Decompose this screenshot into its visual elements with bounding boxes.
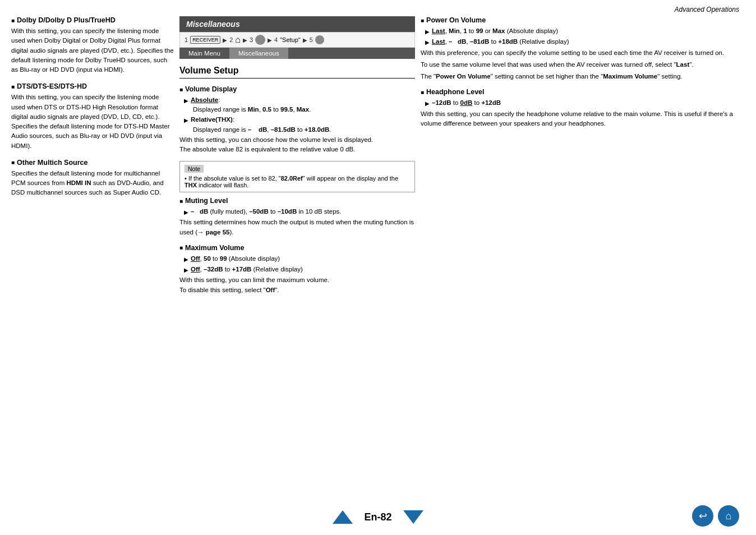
headphone-level-title: Headphone Level — [421, 88, 745, 96]
header-title: Advanced Operations — [675, 6, 739, 13]
misc-header: Miscellaneous — [179, 16, 415, 32]
other-body: Specifies the default listening mode for… — [11, 169, 174, 198]
power-on-volume-title: Power On Volume — [421, 16, 745, 24]
footer-navigation: En-82 — [333, 510, 423, 524]
max-vol-body: With this setting, you can limit the max… — [179, 275, 415, 295]
page-footer: En-82 — [0, 510, 756, 524]
volume-display-title: Volume Display — [179, 85, 415, 93]
nav-icon-home: ⌂ — [235, 35, 241, 45]
nav-step-5-num: 5 — [310, 36, 313, 43]
volume-display-body: With this setting, you can choose how th… — [179, 135, 415, 155]
page-number: En-82 — [364, 511, 391, 523]
headphone-body: With this setting, you can specify the h… — [421, 109, 745, 129]
bullet-arrow-pv-rel: ▶ — [425, 38, 430, 47]
max-vol-abs-text: Off, 50 to 99 (Absolute display) — [191, 254, 280, 264]
bullet-arrow-relative: ▶ — [184, 116, 188, 124]
bullet-arrow-hp: ▶ — [425, 99, 430, 108]
nav-step-4-num: 4 — [274, 36, 278, 43]
back-button[interactable]: ↩ — [692, 505, 713, 527]
dolby-section: Dolby D/Dolby D Plus/TrueHD With this se… — [11, 16, 174, 75]
max-vol-rel-text: Off, –32dB to +17dB (Relative display) — [191, 265, 303, 274]
power-vol-rel-text: Last, – dB, –81dB to +18dB (Relative dis… — [432, 37, 569, 47]
power-vol-body1: With this preference, you can specify th… — [421, 48, 745, 58]
nav-arrow-4: ▶ — [303, 37, 307, 43]
breadcrumb-main: Main Menu — [179, 48, 229, 59]
absolute-range: Displayed range is Min, 0.5 to 99.5, Max… — [193, 106, 415, 113]
nav-icon-circle-3 — [255, 35, 265, 45]
footer-right-icons: ↩ ⌂ — [692, 505, 739, 527]
nav-arrow-1: ▶ — [223, 37, 227, 43]
dts-title: DTS/DTS-ES/DTS-HD — [11, 82, 174, 90]
muting-level-section: Muting Level ▶ – dB (fully muted), –50dB… — [179, 197, 415, 237]
bullet-arrow-absolute: ▶ — [184, 96, 188, 105]
bullet-arrow-max-abs: ▶ — [184, 255, 188, 264]
nav-arrow-2: ▶ — [243, 37, 247, 43]
max-vol-rel-item: ▶ Off, –32dB to +17dB (Relative display) — [184, 265, 415, 274]
absolute-item: ▶ Absolute: — [184, 95, 415, 105]
relative-item: ▶ Relative(THX): — [184, 115, 415, 124]
breadcrumb: Main Menu Miscellaneous — [179, 48, 415, 59]
breadcrumb-misc: Miscellaneous — [229, 48, 288, 59]
power-on-volume-section: Power On Volume ▶ Last, Min, 1 to 99 or … — [421, 16, 745, 81]
middle-column: Miscellaneous 1 RECEIVER ▶ 2 ⌂ ▶ 3 ▶ 4 "… — [179, 16, 415, 302]
left-column: Dolby D/Dolby D Plus/TrueHD With this se… — [11, 16, 174, 302]
power-vol-abs-text: Last, Min, 1 to 99 or Max (Absolute disp… — [432, 26, 558, 36]
volume-display-section: Volume Display ▶ Absolute: Displayed ran… — [179, 85, 415, 154]
nav-arrow-3: ▶ — [268, 37, 272, 43]
headphone-text: –12dB to 0dB to +12dB — [432, 98, 501, 108]
nav-icon-circle-5 — [315, 35, 324, 44]
power-vol-body3: The "Power On Volume" setting cannot be … — [421, 72, 745, 81]
muting-level-title: Muting Level — [179, 197, 415, 205]
max-volume-section: Maximum Volume ▶ Off, 50 to 99 (Absolute… — [179, 244, 415, 295]
max-vol-abs-item: ▶ Off, 50 to 99 (Absolute display) — [184, 254, 415, 264]
nav-step-2-num: 2 — [229, 36, 233, 43]
bullet-arrow-max-rel: ▶ — [184, 266, 188, 274]
headphone-level-section: Headphone Level ▶ –12dB to 0dB to +12dB … — [421, 88, 745, 128]
prev-page-arrow[interactable] — [333, 510, 353, 524]
note-box: Note • If the absolute value is set to 8… — [179, 161, 415, 192]
note-title: Note — [185, 165, 204, 173]
dolby-title: Dolby D/Dolby D Plus/TrueHD — [11, 16, 174, 24]
muting-body: This setting determines how much the out… — [179, 218, 415, 237]
next-page-arrow[interactable] — [403, 510, 423, 524]
relative-text: Relative(THX): — [191, 115, 234, 124]
right-column: Power On Volume ▶ Last, Min, 1 to 99 or … — [421, 16, 745, 302]
other-section: Other Multich Source Specifies the defau… — [11, 159, 174, 198]
dolby-body: With this setting, you can specify the l… — [11, 26, 174, 75]
nav-setup-label: "Setup" — [280, 36, 301, 43]
power-vol-abs-item: ▶ Last, Min, 1 to 99 or Max (Absolute di… — [425, 26, 745, 36]
absolute-text: Absolute: — [191, 95, 220, 105]
page-header: Advanced Operations — [0, 0, 756, 16]
relative-range: Displayed range is – dB, –81.5dB to +18.… — [193, 126, 415, 133]
note-body: • If the absolute value is set to 82, "8… — [185, 175, 410, 188]
bullet-arrow-pv-abs: ▶ — [425, 27, 430, 36]
volume-setup-title: Volume Setup — [179, 66, 415, 79]
power-vol-body2: To use the same volume level that was us… — [421, 60, 745, 70]
nav-step-1-num: 1 — [185, 36, 188, 43]
home-button[interactable]: ⌂ — [718, 505, 739, 527]
other-title: Other Multich Source — [11, 159, 174, 167]
muting-text: – dB (fully muted), –50dB to –10dB in 10… — [191, 207, 342, 216]
muting-item: ▶ – dB (fully muted), –50dB to –10dB in … — [184, 207, 415, 216]
bullet-arrow-muting: ▶ — [184, 208, 188, 216]
home-icon: ⌂ — [726, 510, 732, 522]
back-icon: ↩ — [699, 510, 707, 522]
nav-icon-receiver: RECEIVER — [190, 36, 220, 44]
nav-step-3-num: 3 — [250, 36, 253, 43]
max-volume-title: Maximum Volume — [179, 244, 415, 252]
power-vol-rel-item: ▶ Last, – dB, –81dB to +18dB (Relative d… — [425, 37, 745, 47]
dts-section: DTS/DTS-ES/DTS-HD With this setting, you… — [11, 82, 174, 151]
headphone-item: ▶ –12dB to 0dB to +12dB — [425, 98, 745, 108]
dts-body: With this setting, you can specify the l… — [11, 93, 174, 151]
nav-bar: 1 RECEIVER ▶ 2 ⌂ ▶ 3 ▶ 4 "Setup" ▶ 5 — [179, 32, 415, 48]
